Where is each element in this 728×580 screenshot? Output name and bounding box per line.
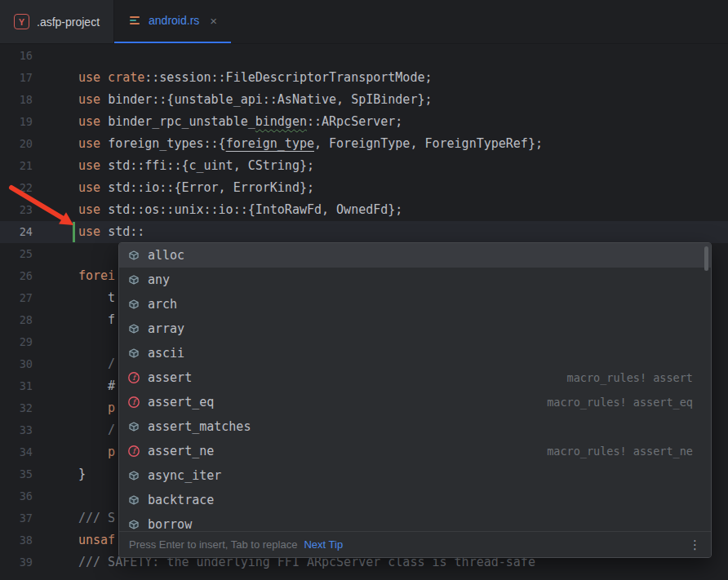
completion-label: arch bbox=[148, 297, 177, 312]
rust-file-icon bbox=[128, 14, 141, 27]
line-number: 17 bbox=[0, 67, 33, 89]
completion-tail: macro_rules! assert_eq bbox=[547, 396, 703, 409]
completion-item-assert_eq[interactable]: fassert_eqmacro_rules! assert_eq bbox=[119, 390, 711, 414]
completion-tail: macro_rules! assert_ne bbox=[547, 445, 703, 458]
line-number: 30 bbox=[0, 353, 33, 375]
line-number: 20 bbox=[0, 133, 33, 155]
module-icon bbox=[127, 347, 140, 360]
tab-label: android.rs bbox=[149, 14, 199, 27]
completion-item-assert_matches[interactable]: assert_matches bbox=[119, 414, 711, 439]
completion-item-assert[interactable]: fassertmacro_rules! assert bbox=[119, 365, 711, 390]
completion-label: backtrace bbox=[148, 493, 214, 507]
next-tip-link[interactable]: Next Tip bbox=[304, 538, 343, 551]
completion-item-backtrace[interactable]: backtrace bbox=[119, 488, 711, 512]
completion-item-async_iter[interactable]: async_iter bbox=[119, 463, 711, 488]
line-number: 26 bbox=[0, 265, 33, 287]
code-text: p bbox=[78, 441, 115, 463]
completion-label: async_iter bbox=[148, 468, 221, 483]
code-text: / bbox=[78, 353, 115, 375]
code-line-22[interactable]: 22use std::io::{Error, ErrorKind}; bbox=[0, 177, 728, 199]
module-icon bbox=[127, 494, 140, 507]
code-text: use std::io::{Error, ErrorKind}; bbox=[78, 177, 314, 199]
completion-popup: allocanyarcharrayasciifassertmacro_rules… bbox=[118, 242, 712, 558]
tab-asfp-project[interactable]: Y .asfp-project bbox=[0, 0, 114, 43]
module-icon bbox=[127, 249, 140, 262]
module-icon bbox=[127, 273, 140, 286]
line-number: 34 bbox=[0, 441, 33, 463]
line-number: 19 bbox=[0, 111, 33, 133]
module-icon bbox=[127, 298, 140, 311]
project-file-icon: Y bbox=[14, 14, 29, 29]
code-text: # bbox=[78, 375, 115, 397]
completion-item-borrow[interactable]: borrow bbox=[119, 512, 711, 531]
line-number: 35 bbox=[0, 463, 33, 485]
code-text: t bbox=[78, 287, 115, 309]
completion-item-arch[interactable]: arch bbox=[119, 292, 711, 317]
completion-hint-text: Press Enter to insert, Tab to replace bbox=[129, 538, 297, 551]
line-number: 16 bbox=[0, 45, 33, 67]
code-text: forei bbox=[78, 265, 115, 287]
code-line-24[interactable]: 24use std:: bbox=[0, 221, 728, 243]
line-number: 31 bbox=[0, 375, 33, 397]
completion-label: ascii bbox=[148, 346, 184, 361]
popup-scrollbar-thumb[interactable] bbox=[704, 246, 708, 271]
line-number: 24 bbox=[0, 221, 33, 243]
macro-icon: f bbox=[127, 371, 140, 384]
completion-item-array[interactable]: array bbox=[119, 317, 711, 341]
line-number: 33 bbox=[0, 419, 33, 441]
code-text: use std::os::unix::io::{IntoRawFd, Owned… bbox=[78, 199, 402, 221]
completion-label: assert_ne bbox=[148, 444, 214, 458]
code-line-16[interactable]: 16 bbox=[0, 45, 728, 67]
line-number: 32 bbox=[0, 397, 33, 419]
line-number: 29 bbox=[0, 331, 33, 353]
line-number: 21 bbox=[0, 155, 33, 177]
change-marker bbox=[73, 222, 75, 242]
code-text: unsaf bbox=[78, 529, 115, 551]
completion-item-alloc[interactable]: alloc bbox=[119, 243, 711, 268]
completion-label: any bbox=[148, 272, 170, 287]
line-number: 36 bbox=[0, 485, 33, 507]
code-text: f bbox=[78, 309, 115, 331]
line-number: 22 bbox=[0, 177, 33, 199]
line-number: 39 bbox=[0, 551, 33, 573]
completion-label: borrow bbox=[148, 517, 192, 531]
code-text: use binder_rpc_unstable_bindgen::ARpcSer… bbox=[78, 111, 402, 133]
line-number: 38 bbox=[0, 529, 33, 551]
svg-text:f: f bbox=[132, 373, 137, 382]
code-line-19[interactable]: 19use binder_rpc_unstable_bindgen::ARpcS… bbox=[0, 111, 728, 133]
line-number: 37 bbox=[0, 507, 33, 529]
completion-label: assert bbox=[148, 370, 192, 385]
completion-item-assert_ne[interactable]: fassert_nemacro_rules! assert_ne bbox=[119, 439, 711, 463]
code-text: use std:: bbox=[78, 221, 144, 243]
line-number: 28 bbox=[0, 309, 33, 331]
code-line-21[interactable]: 21use std::ffi::{c_uint, CString}; bbox=[0, 155, 728, 177]
tab-android-rs[interactable]: android.rs × bbox=[114, 0, 231, 43]
line-number: 18 bbox=[0, 89, 33, 111]
code-text: use binder::{unstable_api::AsNative, SpI… bbox=[78, 89, 432, 111]
line-number: 25 bbox=[0, 243, 33, 265]
code-text: use foreign_types::{foreign_type, Foreig… bbox=[78, 133, 543, 155]
code-line-23[interactable]: 23use std::os::unix::io::{IntoRawFd, Own… bbox=[0, 199, 728, 221]
code-text: use crate::session::FileDescriptorTransp… bbox=[78, 67, 432, 89]
code-text: / bbox=[78, 419, 115, 441]
code-line-17[interactable]: 17use crate::session::FileDescriptorTran… bbox=[0, 67, 728, 89]
code-text: use std::ffi::{c_uint, CString}; bbox=[78, 155, 314, 177]
close-icon[interactable]: × bbox=[210, 15, 217, 27]
editor-tab-bar: Y .asfp-project android.rs × bbox=[0, 0, 728, 44]
kebab-menu-icon[interactable]: ⋮ bbox=[689, 538, 701, 552]
completion-tail: macro_rules! assert bbox=[567, 371, 703, 384]
completion-label: assert_matches bbox=[148, 419, 251, 434]
code-line-18[interactable]: 18use binder::{unstable_api::AsNative, S… bbox=[0, 89, 728, 111]
completion-item-any[interactable]: any bbox=[119, 268, 711, 292]
svg-text:f: f bbox=[132, 397, 137, 406]
code-text: /// S bbox=[78, 507, 115, 529]
tab-label: .asfp-project bbox=[37, 15, 100, 29]
code-line-20[interactable]: 20use foreign_types::{foreign_type, Fore… bbox=[0, 133, 728, 155]
completion-list: allocanyarcharrayasciifassertmacro_rules… bbox=[119, 243, 711, 531]
macro-icon: f bbox=[127, 445, 140, 458]
completion-label: alloc bbox=[148, 248, 184, 263]
svg-text:f: f bbox=[132, 446, 137, 455]
code-text: p bbox=[78, 397, 115, 419]
completion-item-ascii[interactable]: ascii bbox=[119, 341, 711, 365]
completion-label: assert_eq bbox=[148, 395, 214, 410]
